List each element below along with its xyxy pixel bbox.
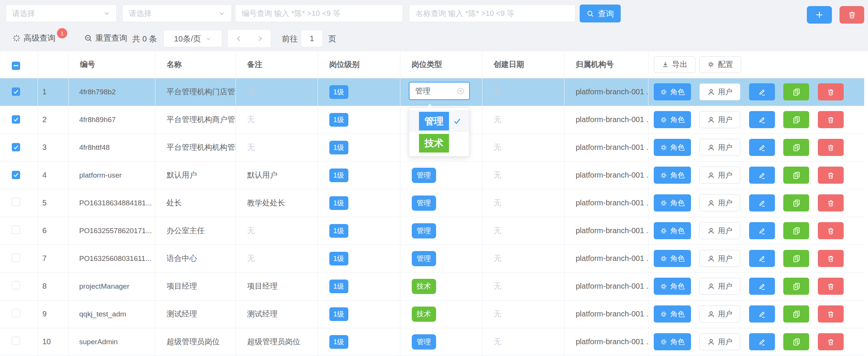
row-checkbox[interactable] <box>12 226 20 234</box>
row-checkbox[interactable] <box>12 115 20 124</box>
advanced-query-button[interactable]: 高级查询 <box>13 33 55 43</box>
cell-type[interactable]: 管理 <box>400 161 482 189</box>
user-button[interactable]: 用户 <box>699 167 740 184</box>
user-button[interactable]: 用户 <box>699 111 740 128</box>
copy-button[interactable] <box>783 250 809 267</box>
copy-button[interactable] <box>783 278 809 295</box>
name-search-field[interactable] <box>409 5 576 22</box>
row-checkbox[interactable] <box>12 337 20 345</box>
cell-type[interactable]: 管理 <box>400 189 482 217</box>
copy-button[interactable] <box>783 111 809 128</box>
cell-name: 平台管理机构机构管理岗 <box>155 134 236 161</box>
filter-select-1[interactable] <box>6 5 117 22</box>
person-icon <box>707 227 715 235</box>
role-button[interactable]: 角色 <box>654 305 691 323</box>
user-button[interactable]: 用户 <box>699 250 740 267</box>
add-button[interactable] <box>807 6 832 24</box>
role-button[interactable]: 角色 <box>654 139 691 156</box>
row-checkbox[interactable] <box>12 171 20 179</box>
row-checkbox[interactable] <box>12 309 20 317</box>
edit-button[interactable] <box>749 333 775 350</box>
edit-button[interactable] <box>749 139 775 156</box>
delete-button[interactable] <box>818 167 844 184</box>
search-button[interactable]: 查询 <box>580 5 621 22</box>
role-button[interactable]: 角色 <box>654 83 691 100</box>
type-editor-select[interactable]: 管理 <box>409 82 470 100</box>
reset-query-button[interactable]: 重置查询 <box>84 33 127 43</box>
role-button[interactable]: 角色 <box>654 222 691 239</box>
edit-button[interactable] <box>749 305 775 323</box>
edit-button[interactable] <box>749 278 775 295</box>
delete-button[interactable] <box>818 139 844 156</box>
filter-select-1-input[interactable] <box>12 9 103 18</box>
role-button[interactable]: 角色 <box>654 167 691 184</box>
filter-select-2-input[interactable] <box>129 9 218 18</box>
delete-button[interactable] <box>818 278 844 295</box>
advanced-query-label: 高级查询 <box>24 33 55 43</box>
row-checkbox[interactable] <box>12 281 20 289</box>
cell-type[interactable]: 管理 <box>400 328 482 356</box>
config-button[interactable]: 配置 <box>699 56 741 73</box>
clear-icon[interactable] <box>457 87 465 95</box>
page-size-select[interactable]: 10条/页 <box>163 30 222 47</box>
user-button[interactable]: 用户 <box>699 305 740 323</box>
edit-button[interactable] <box>749 111 775 128</box>
copy-icon <box>792 171 800 179</box>
prev-page-button[interactable] <box>235 35 242 42</box>
role-button[interactable]: 角色 <box>654 333 691 350</box>
delete-button[interactable] <box>818 111 844 128</box>
delete-button[interactable] <box>818 333 844 350</box>
bulk-delete-button[interactable] <box>840 6 864 24</box>
copy-button[interactable] <box>783 222 809 239</box>
copy-button[interactable] <box>783 194 809 211</box>
role-button[interactable]: 角色 <box>654 194 691 211</box>
user-button[interactable]: 用户 <box>699 222 740 239</box>
export-button[interactable]: 导出 <box>654 56 696 73</box>
row-index: 2 <box>38 106 68 134</box>
person-icon <box>707 172 715 179</box>
edit-button[interactable] <box>749 250 775 267</box>
delete-button[interactable] <box>818 305 844 323</box>
edit-button[interactable] <box>749 83 775 100</box>
role-button[interactable]: 角色 <box>654 111 691 128</box>
delete-button[interactable] <box>818 222 844 239</box>
copy-button[interactable] <box>783 333 809 350</box>
row-checkbox[interactable] <box>12 253 20 262</box>
row-checkbox[interactable] <box>12 143 20 151</box>
person-icon <box>707 310 715 318</box>
edit-button[interactable] <box>749 167 775 184</box>
dropdown-option[interactable]: 技术 <box>409 132 469 154</box>
goto-page-input[interactable] <box>301 34 323 43</box>
role-button[interactable]: 角色 <box>654 250 691 267</box>
role-button[interactable]: 角色 <box>654 278 691 295</box>
user-button[interactable]: 用户 <box>699 194 740 211</box>
delete-button[interactable] <box>818 194 844 211</box>
row-checkbox[interactable] <box>12 198 20 206</box>
edit-button[interactable] <box>749 194 775 211</box>
name-search-input[interactable] <box>416 9 569 18</box>
dropdown-option[interactable]: 管理 <box>409 110 469 132</box>
copy-button[interactable] <box>783 83 809 100</box>
cell-type[interactable]: 管理 <box>400 245 482 272</box>
next-page-button[interactable] <box>256 35 264 42</box>
code-search-input[interactable] <box>242 9 397 18</box>
row-checkbox[interactable] <box>12 87 20 96</box>
code-search-field[interactable] <box>235 5 403 22</box>
delete-button[interactable] <box>818 250 844 267</box>
user-button[interactable]: 用户 <box>699 139 740 156</box>
delete-button[interactable] <box>818 83 844 100</box>
copy-button[interactable] <box>783 139 809 156</box>
copy-button[interactable] <box>783 167 809 184</box>
cell-type[interactable]: 管理 <box>400 217 482 245</box>
edit-button[interactable] <box>749 222 775 239</box>
select-all-checkbox[interactable] <box>12 62 20 70</box>
copy-button[interactable] <box>783 305 809 323</box>
user-button[interactable]: 用户 <box>699 333 740 350</box>
cell-type[interactable]: 技术 <box>400 272 482 300</box>
cell-type[interactable]: 技术 <box>400 300 482 328</box>
user-button[interactable]: 用户 <box>699 83 740 100</box>
cell-remark: 无 <box>236 217 318 245</box>
filter-select-2[interactable] <box>122 5 232 22</box>
goto-page-field[interactable] <box>301 30 323 47</box>
user-button[interactable]: 用户 <box>699 278 740 295</box>
